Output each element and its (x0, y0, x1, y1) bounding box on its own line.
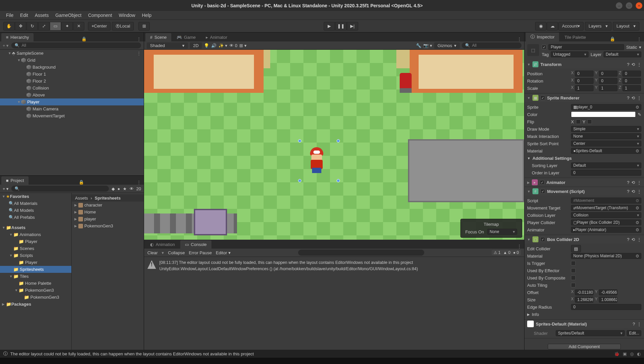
flip-y[interactable] (587, 119, 592, 124)
sortlayer-dropdown[interactable]: Default (571, 162, 641, 168)
foldout-icon[interactable]: ▼ (8, 51, 12, 55)
gizmos-dropdown[interactable]: Gizmos ▾ (434, 42, 460, 49)
offset-y[interactable]: -0.49566 (599, 289, 617, 295)
snap-toggle[interactable]: ⊞ (138, 22, 150, 30)
project-lock-icon[interactable]: 🔒 (79, 180, 84, 185)
console-editor[interactable]: Editor ▾ (216, 250, 231, 255)
project-folder[interactable]: 📁 Spritesheets (0, 266, 71, 273)
console-menu-icon[interactable]: ⋮ (517, 244, 522, 249)
assets-root[interactable]: ▼📁 Assets (0, 224, 71, 231)
custom-tool[interactable]: ✕ (73, 22, 84, 30)
fav-materials[interactable]: 🔍 All Materials (0, 200, 71, 207)
audio-icon[interactable]: 🔊 (211, 43, 216, 48)
eyedropper-icon[interactable]: ✎ (638, 112, 641, 117)
order-field[interactable]: 0 (571, 170, 641, 176)
rot-z[interactable]: 0 (622, 78, 641, 84)
console-search[interactable] (298, 250, 424, 256)
hierarchy-node[interactable]: Main Camera (0, 105, 144, 112)
used-effector[interactable] (571, 268, 576, 273)
account-dropdown[interactable]: Account ▾ (558, 22, 584, 30)
sprite-field[interactable]: ▦ player_0⊙ (571, 104, 641, 110)
layers-dropdown[interactable]: Layers ▾ (585, 22, 611, 30)
mask-dropdown[interactable]: None (571, 133, 641, 139)
pos-x[interactable]: 0 (575, 71, 594, 77)
sortpoint-dropdown[interactable]: Center (571, 141, 641, 147)
scl-z[interactable]: 1 (622, 85, 641, 91)
hierarchy-node[interactable]: ▼Grid (0, 57, 144, 64)
console-clear[interactable]: Clear (147, 250, 158, 255)
menu-file[interactable]: File (3, 11, 17, 19)
error-count[interactable]: ● 0 (513, 250, 519, 255)
grid-icon[interactable]: ⊞ ▾ (239, 43, 247, 48)
fx-icon[interactable]: ✨ ▾ (218, 43, 227, 48)
scl-y[interactable]: 1 (599, 85, 617, 91)
menu-assets[interactable]: Assets (32, 11, 52, 19)
filter-fav-icon[interactable]: ★ (123, 186, 127, 191)
status-activity-icon[interactable]: ▣ (623, 351, 627, 356)
hierarchy-node[interactable]: MovementTarget (0, 112, 144, 119)
project-create-icon[interactable]: + ▾ (3, 186, 9, 191)
physmat-field[interactable]: None (Physics Material 2D)⊙ (571, 253, 641, 259)
tools-icon[interactable]: 🔧 (416, 43, 421, 48)
hierarchy-node[interactable]: Floor 2 (0, 78, 144, 85)
rect-tool[interactable]: ▭ (50, 22, 61, 30)
project-tab[interactable]: ■ Project (1, 176, 29, 185)
sprite-material-field[interactable]: ● Sprites-Default⊙ (571, 148, 641, 154)
hierarchy-create-icon[interactable]: + ▾ (3, 43, 9, 48)
rot-y[interactable]: 0 (599, 78, 617, 84)
visibility-icon[interactable]: 👁 0 (229, 43, 237, 48)
hierarchy-node[interactable]: ▼Player (0, 98, 144, 105)
tilemap-focus-dropdown[interactable]: None (487, 229, 517, 235)
project-folder[interactable]: ▼📁 Scripts (0, 252, 71, 259)
drawmode-dropdown[interactable]: Simple (571, 126, 641, 132)
draw-mode-dropdown[interactable]: Shaded ▾ (147, 42, 188, 49)
animator-header[interactable]: ▶▸✓ Animator ?⟲⋮ (524, 178, 644, 187)
animator-field[interactable]: ▸ Player (Animator)⊙ (571, 227, 641, 233)
edit-collider-button[interactable]: ▧ (571, 245, 581, 252)
filter-label-icon[interactable]: ◆ (112, 186, 115, 191)
scl-x[interactable]: 1 (575, 85, 594, 91)
flip-x[interactable] (576, 119, 581, 124)
pivot-center[interactable]: ⌖ Center (88, 22, 111, 30)
hierarchy-kebab-icon[interactable]: ⋮ (137, 51, 141, 56)
hierarchy-menu-icon[interactable]: ⋮ (137, 36, 141, 41)
scene-search[interactable]: 🔍 All (462, 42, 522, 48)
transform-header[interactable]: ▼⇄ Transform ?⟲⋮ (524, 60, 644, 69)
filter-type-icon[interactable]: ● (118, 186, 120, 191)
project-folder[interactable]: 📁 Scenes (0, 245, 71, 252)
project-folder[interactable]: 📁 PokemonGen3 (0, 294, 71, 301)
offset-x[interactable]: -0.01180 (575, 289, 594, 295)
console-error-pause[interactable]: Error Pause (189, 250, 212, 255)
project-folder[interactable]: ▼📁 Tiles (0, 273, 71, 280)
rot-x[interactable]: 0 (575, 78, 594, 84)
fav-prefabs[interactable]: 🔍 All Prefabs (0, 214, 71, 221)
scene-tab[interactable]: # Scene (145, 33, 171, 41)
project-menu-icon[interactable]: ⋮ (137, 180, 141, 185)
inspector-menu-icon[interactable]: ⋮ (637, 36, 641, 41)
add-component-button[interactable]: Add Component (548, 344, 621, 349)
inspector-tab[interactable]: ⓘ Inspector (526, 32, 559, 41)
collision-layer-dropdown[interactable]: Collision (571, 212, 641, 218)
animator-tab[interactable]: ▸ Animator (201, 33, 232, 41)
window-maximize[interactable]: □ (626, 2, 632, 9)
used-composite[interactable] (571, 275, 576, 280)
movement-target-field[interactable]: ⇄ MovementTarget (Transform)⊙ (571, 205, 641, 211)
console-tab[interactable]: ▭ Console (180, 240, 211, 249)
movement-header[interactable]: ▼#✓ Movement (Script) ?⟲⋮ (524, 187, 644, 196)
shader-edit[interactable]: Edit... (627, 330, 641, 336)
fav-models[interactable]: 🔍 All Models (0, 207, 71, 214)
project-folder[interactable]: ▼📁 Animations (0, 231, 71, 238)
size-x[interactable]: 1.268298 (575, 297, 594, 303)
hierarchy-node[interactable]: Background (0, 64, 144, 71)
tag-dropdown[interactable]: Untagged (551, 51, 589, 57)
gameobject-name-field[interactable]: Player (548, 44, 624, 50)
transform-tool[interactable]: ✦ (61, 22, 73, 30)
hierarchy-node[interactable]: Collision (0, 85, 144, 91)
info-count[interactable]: ▲ 0 (503, 250, 511, 255)
project-asset[interactable]: ▶character (72, 202, 144, 209)
color-field[interactable] (571, 111, 636, 117)
pivot-local[interactable]: ⦿ Local (112, 22, 134, 30)
hierarchy-lock-icon[interactable]: 🔒 (81, 36, 87, 41)
console-message[interactable]: ! [08:11:37] The editor layout could not… (144, 257, 524, 275)
move-tool[interactable]: ✥ (15, 22, 26, 30)
